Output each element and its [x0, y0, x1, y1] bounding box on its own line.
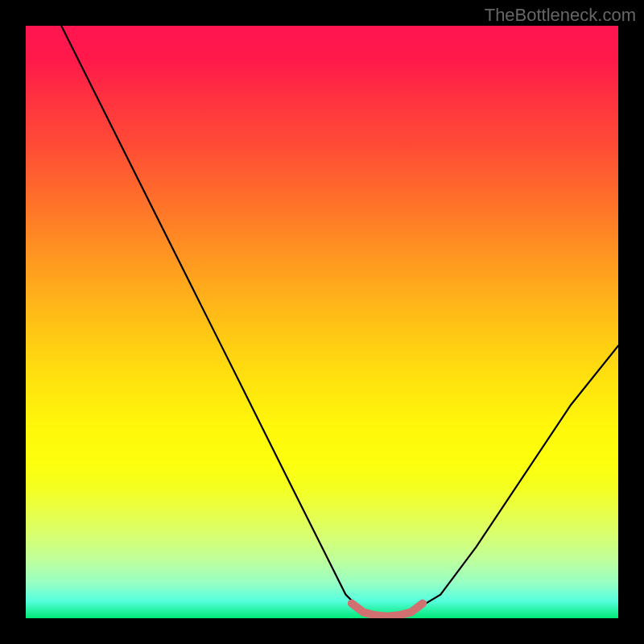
watermark-text: TheBottleneck.com — [485, 5, 636, 26]
series-solution-band — [352, 604, 423, 617]
chart-frame: TheBottleneck.com — [0, 0, 644, 644]
series-bottleneck-curve — [61, 26, 618, 615]
plot-area — [26, 26, 618, 618]
chart-svg — [26, 26, 618, 618]
